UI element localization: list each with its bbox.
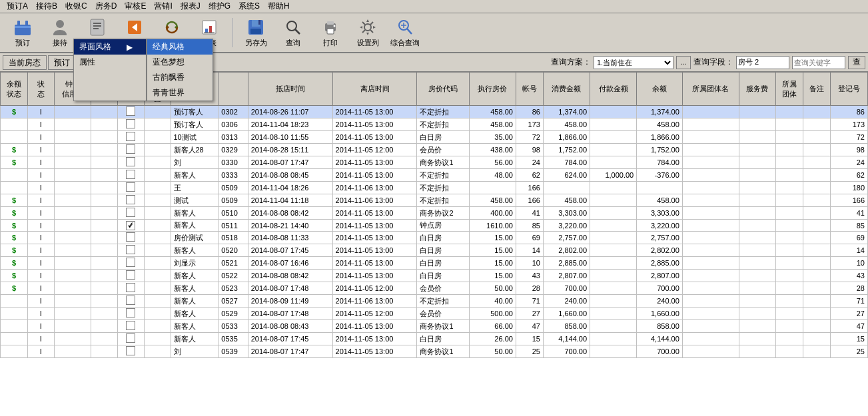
cell-empty1	[54, 182, 91, 194]
menu-xitong[interactable]: 系统S	[234, 0, 264, 13]
cell-check[interactable]	[118, 207, 145, 220]
cell-execprice: 458.00	[469, 118, 516, 131]
table-row[interactable]: $ I 刘 0330 2014-08-07 17:47 2014-11-05 1…	[1, 156, 868, 169]
table-row[interactable]: I 刘 0539 2014-08-07 17:47 2014-11-05 13:…	[1, 345, 868, 358]
table-row[interactable]: $ I 新客人 0522 2014-08-08 08:42 2014-11-05…	[1, 270, 868, 282]
cell-acct: 86	[516, 106, 543, 118]
submenu-guqin[interactable]: 古韵飘香	[147, 70, 213, 85]
menu-jiemian-fengge[interactable]: 界面风格 ▶	[74, 39, 146, 55]
cell-check[interactable]	[118, 194, 145, 207]
table-row[interactable]: I 新客人 0333 2014-08-08 08:45 2014-11-05 1…	[1, 169, 868, 182]
table-row[interactable]: I 新客人 0533 2014-08-08 08:43 2014-11-05 1…	[1, 320, 868, 333]
cell-note	[803, 182, 831, 194]
cell-check[interactable]	[118, 169, 145, 182]
menu-jiedai[interactable]: 接待B	[32, 0, 61, 13]
table-row[interactable]: I 新客人 0527 2014-08-09 11:49 2014-11-06 1…	[1, 295, 868, 308]
cell-group	[682, 118, 739, 131]
quickbar-yuding[interactable]: 预订	[48, 55, 76, 70]
cell-check[interactable]	[118, 295, 145, 308]
cell-empty3	[144, 220, 171, 232]
cell-dollar: $	[1, 194, 28, 207]
cell-belong	[776, 333, 803, 345]
quickbar-dangqianfangzhuang[interactable]: 当前房态	[3, 55, 47, 70]
cell-check[interactable]	[118, 257, 145, 270]
table-row[interactable]: $ I 房价测试 0518 2014-08-08 11:33 2014-11-0…	[1, 232, 868, 244]
menu-fangwu[interactable]: 房务D	[91, 0, 121, 13]
menu-weihu[interactable]: 维护G	[205, 0, 234, 13]
cell-name: 新客人	[171, 320, 218, 333]
search-field-input[interactable]	[736, 56, 789, 69]
cell-check[interactable]	[118, 156, 145, 169]
cell-execprice: 35.00	[469, 131, 516, 144]
table-row[interactable]: $ I 测试 0509 2014-11-04 11:18 2014-11-06 …	[1, 194, 868, 207]
table-row[interactable]: $ I 预订客人 0302 2014-08-26 11:07 2014-11-0…	[1, 106, 868, 118]
submenu-lanse[interactable]: 蓝色梦想	[147, 55, 213, 70]
col-header-yue: 余额状态	[1, 73, 28, 106]
toolbar-lingcun-btn[interactable]: 另存为	[238, 15, 273, 50]
table-row[interactable]: $ I 刘显示 0521 2014-08-07 16:46 2014-11-05…	[1, 257, 868, 270]
cell-status: I	[28, 169, 55, 182]
table-row[interactable]: $ I 新客人28 0329 2014-08-28 15:11 2014-11-…	[1, 144, 868, 156]
search-scheme-btn[interactable]: ...	[676, 56, 691, 69]
menu-bangzhu[interactable]: 帮助H	[264, 0, 294, 13]
cell-check[interactable]	[118, 320, 145, 333]
toolbar-shezhi-btn[interactable]: 设置列	[350, 15, 385, 50]
cell-service	[739, 182, 776, 194]
menu-shenhe[interactable]: 审核E	[121, 0, 150, 13]
cell-check[interactable]	[118, 144, 145, 156]
cell-consume: 624.00	[543, 169, 590, 182]
search-scheme-select[interactable]: 1.当前住在 2.历史记录 3.预订查询	[594, 56, 673, 69]
cell-check[interactable]	[118, 333, 145, 345]
cell-payment	[590, 182, 637, 194]
cell-check[interactable]	[118, 232, 145, 244]
cell-check[interactable]	[118, 345, 145, 358]
toolbar-jiedai-btn[interactable]: 接待	[43, 15, 77, 50]
cell-status: I	[28, 144, 55, 156]
cell-check[interactable]	[118, 308, 145, 320]
menu-yingxiao[interactable]: 营销I	[150, 0, 176, 13]
cell-acct: 166	[516, 182, 543, 194]
cell-belong	[776, 106, 803, 118]
cell-service	[739, 295, 776, 308]
cell-consume: 3,220.00	[543, 220, 590, 232]
toolbar-yuding-btn[interactable]: 预订	[5, 15, 40, 50]
toolbar-sep-1	[232, 18, 233, 47]
cell-checkin: 2014-08-28 15:11	[248, 144, 332, 156]
submenu-qingqing[interactable]: 青青世界	[147, 85, 213, 101]
cell-check[interactable]	[118, 270, 145, 282]
cell-empty1	[54, 131, 91, 144]
toolbar-zonghe-btn[interactable]: 综合查询	[388, 15, 422, 50]
cell-check[interactable]: ✓	[118, 220, 145, 232]
menu-shouyin[interactable]: 收银C	[61, 0, 91, 13]
cell-check[interactable]	[118, 118, 145, 131]
cell-check[interactable]	[118, 106, 145, 118]
toolbar-chaxun-btn[interactable]: 查询	[276, 15, 310, 50]
table-row[interactable]: I 10测试 0313 2014-08-10 11:55 2014-11-05 …	[1, 131, 868, 144]
table-row[interactable]: I 王 0509 2014-11-04 18:26 2014-11-06 13:…	[1, 182, 868, 194]
table-row[interactable]: $ I 新客人 0523 2014-08-07 17:48 2014-11-05…	[1, 282, 868, 295]
toolbar-dayin-btn[interactable]: 打印	[313, 15, 348, 50]
submenu-jingdian[interactable]: 经典风格	[147, 39, 213, 55]
arrow-right-icon: ▶	[127, 43, 133, 52]
menu-shuxing[interactable]: 属性	[74, 55, 146, 70]
table-row[interactable]: $ I 新客人 0510 2014-08-08 08:42 2014-11-05…	[1, 207, 868, 220]
table-row[interactable]: I 新客人 0535 2014-08-07 17:45 2014-11-05 1…	[1, 333, 868, 345]
table-row[interactable]: I 新客人 0529 2014-08-07 17:48 2014-11-05 1…	[1, 308, 868, 320]
cell-check[interactable]	[118, 244, 145, 257]
table-row[interactable]: $ I 新客人 0520 2014-08-07 17:45 2014-11-05…	[1, 244, 868, 257]
menu-baobiao[interactable]: 报表J	[177, 0, 205, 13]
cell-check[interactable]	[118, 282, 145, 295]
cell-empty1	[54, 257, 91, 270]
yuding-icon	[12, 17, 33, 37]
cell-empty2	[91, 207, 118, 220]
cell-consume: 1,866.00	[543, 131, 590, 144]
table-row[interactable]: I 预订客人 0306 2014-11-04 18:23 2014-11-05 …	[1, 118, 868, 131]
search-keyword-input[interactable]	[792, 56, 845, 69]
table-row[interactable]: $ I ✓ 新客人 0511 2014-08-21 14:40 2014-11-…	[1, 220, 868, 232]
cell-check[interactable]	[118, 131, 145, 144]
search-execute-btn[interactable]: 查	[848, 56, 865, 69]
col-header-checkout: 离店时间	[332, 73, 417, 106]
cell-belong	[776, 345, 803, 358]
cell-check[interactable]	[118, 182, 145, 194]
menu-yuding[interactable]: 预订A	[3, 0, 32, 13]
